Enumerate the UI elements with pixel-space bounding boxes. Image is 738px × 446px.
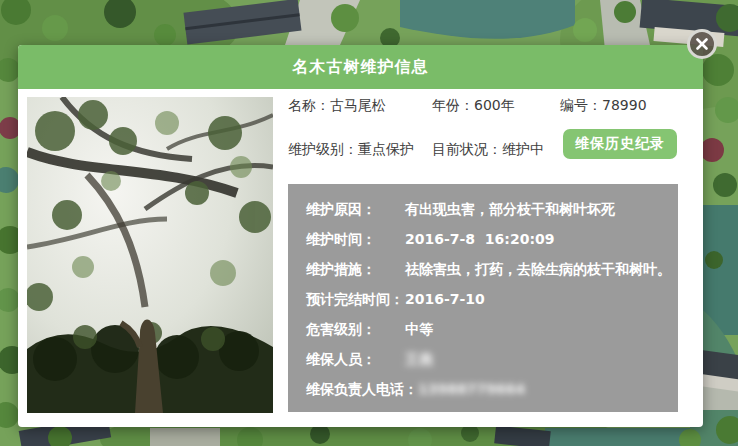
detail-label: 维护措施： bbox=[306, 259, 405, 279]
detail-label: 危害级别： bbox=[306, 319, 405, 339]
detail-value: 祛除害虫，打药，去除生病的枝干和树叶。 bbox=[405, 259, 671, 279]
field-id: 编号：78990 bbox=[560, 95, 678, 115]
field-id-value: 78990 bbox=[602, 97, 647, 113]
detail-label: 维护时间： bbox=[306, 229, 405, 249]
detail-row-measures: 维护措施： 祛除害虫，打药，去除生病的枝干和树叶。 bbox=[306, 259, 678, 279]
field-current-status: 目前状况：维护中 bbox=[432, 139, 560, 159]
close-icon bbox=[696, 38, 708, 50]
detail-row-hazard-level: 危害级别： 中等 bbox=[306, 319, 678, 339]
field-id-label: 编号： bbox=[560, 97, 602, 113]
field-current-status-value: 维护中 bbox=[502, 141, 544, 157]
detail-row-maintainer: 维保人员： 王燕 bbox=[306, 349, 678, 369]
detail-value: 2016-7-8 16:20:09 bbox=[405, 229, 554, 249]
detail-label: 维保人员： bbox=[306, 349, 405, 369]
field-age: 年份：600年 bbox=[432, 95, 560, 115]
field-protection-level: 维护级别：重点保护 bbox=[288, 139, 432, 159]
close-button[interactable] bbox=[687, 29, 717, 59]
field-age-value: 600年 bbox=[474, 97, 515, 113]
detail-value: 中等 bbox=[405, 319, 433, 339]
detail-value: 2016-7-10 bbox=[405, 289, 485, 309]
tree-photo bbox=[27, 97, 273, 413]
field-age-label: 年份： bbox=[432, 97, 474, 113]
field-current-status-label: 目前状况： bbox=[432, 141, 502, 157]
summary-row-1: 名称：古马尾松 年份：600年 编号：78990 bbox=[288, 95, 678, 115]
detail-row-contact-phone: 维保负责人电话： 13988779664 bbox=[306, 379, 678, 399]
detail-label: 维护原因： bbox=[306, 199, 405, 219]
detail-label: 维保负责人电话： bbox=[306, 379, 418, 399]
detail-row-time: 维护时间： 2016-7-8 16:20:09 bbox=[306, 229, 678, 249]
field-protection-level-value: 重点保护 bbox=[358, 141, 414, 157]
field-name: 名称：古马尾松 bbox=[288, 95, 432, 115]
detail-value-redacted: 王燕 bbox=[405, 349, 433, 369]
detail-label: 预计完结时间： bbox=[306, 289, 405, 309]
info-column: 名称：古马尾松 年份：600年 编号：78990 维护级别：重点保护 目前状况：… bbox=[288, 94, 678, 164]
maintenance-detail-panel: 维护原因： 有出现虫害，部分枝干和树叶坏死 维护时间： 2016-7-8 16:… bbox=[288, 184, 678, 412]
tree-maintenance-dialog: 名木古树维护信息 bbox=[18, 45, 703, 427]
detail-row-reason: 维护原因： 有出现虫害，部分枝干和树叶坏死 bbox=[306, 199, 678, 219]
dialog-title: 名木古树维护信息 bbox=[293, 57, 429, 78]
detail-value: 有出现虫害，部分枝干和树叶坏死 bbox=[405, 199, 615, 219]
field-protection-level-label: 维护级别： bbox=[288, 141, 358, 157]
detail-value-redacted: 13988779664 bbox=[418, 379, 525, 399]
detail-row-expected-finish: 预计完结时间： 2016-7-10 bbox=[306, 289, 678, 309]
dialog-header: 名木古树维护信息 bbox=[18, 45, 703, 89]
maintenance-history-button[interactable]: 维保历史纪录 bbox=[563, 129, 677, 159]
field-name-value: 古马尾松 bbox=[330, 97, 386, 113]
field-name-label: 名称： bbox=[288, 97, 330, 113]
